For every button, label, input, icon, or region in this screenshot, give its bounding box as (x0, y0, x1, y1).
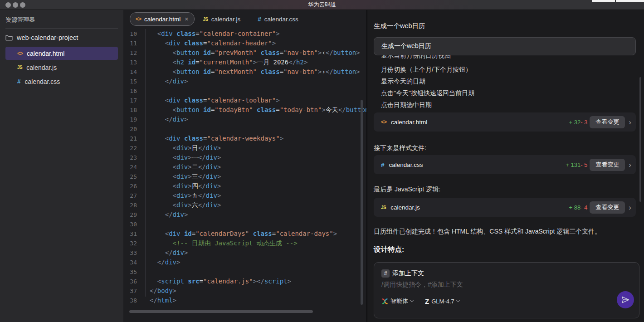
file-change-card-css[interactable]: # calendar.css + 131 - 5 查看变更 › (374, 155, 636, 174)
code-line[interactable]: 11 <div class="calendar-header"> (123, 39, 366, 48)
view-changes-button[interactable]: 查看变更 (590, 201, 625, 214)
code-content[interactable]: 10 <div class="calendar-container">11 <d… (123, 29, 366, 305)
code-line[interactable]: 12 <button id="prevMonth" class="nav-btn… (123, 48, 366, 58)
sidebar-item-calendar-html[interactable]: <> calendar.html (5, 47, 118, 60)
feature-item: 显示今天的日期 (381, 75, 636, 87)
horizontal-scrollbar[interactable] (129, 310, 313, 313)
css-icon: # (258, 16, 261, 23)
code-text: <div>日</div> (137, 143, 221, 153)
model-label: GLM-4.7 (431, 298, 454, 305)
code-line[interactable]: 36 <script src="calendar.js"></script> (123, 277, 366, 286)
file-change-card-html[interactable]: <> calendar.html + 32 - 3 查看变更 › (374, 112, 636, 132)
tab-calendar-css[interactable]: # calendar.css (249, 16, 307, 23)
code-line[interactable]: 34 </div> (123, 258, 366, 267)
code-line[interactable]: 27 <div>五</div> (123, 191, 366, 200)
feature-item: 点击日期选中日期 (381, 99, 636, 111)
code-line[interactable]: 24 <div>二</div> (123, 162, 366, 172)
view-changes-button[interactable]: 查看变更 (590, 116, 625, 128)
diff-added: + 88 (569, 204, 581, 211)
chevron-right-icon[interactable]: › (629, 118, 631, 126)
code-line[interactable]: 14 <button id="nextMonth" class="nav-btn… (123, 67, 366, 77)
code-text: </div> (137, 210, 188, 220)
code-line[interactable]: 20 (123, 124, 366, 134)
file-change-card-js[interactable]: JS calendar.js + 88 - 4 查看变更 › (374, 198, 636, 217)
code-line[interactable]: 37</body> (123, 286, 366, 296)
code-line[interactable]: 28 <div>六</div> (123, 200, 366, 210)
code-line[interactable]: 22 <div>日</div> (123, 143, 366, 153)
feature-item: 点击"今天"按钮快速返回当前日期 (381, 87, 636, 99)
js-icon: JS (17, 65, 22, 70)
code-line[interactable]: 38</html> (123, 296, 366, 305)
tab-calendar-js[interactable]: JS calendar.js (195, 16, 249, 23)
chevron-right-icon[interactable]: › (629, 161, 631, 169)
code-text: <div>一</div> (137, 153, 221, 162)
code-line[interactable]: 25 <div>三</div> (123, 172, 366, 181)
feature-list: 月份切换（上个月/下个月按钮） 显示今天的日期 点击"今天"按钮快速返回当前日期… (381, 63, 636, 111)
code-text: <div>四</div> (137, 181, 221, 191)
titlebar-artifact-left (592, 0, 615, 2)
feature-item: 月份切换（上个月/下个月按钮） (381, 63, 636, 75)
line-number: 12 (123, 48, 137, 58)
code-line[interactable]: 19 </div> (123, 115, 366, 124)
add-context-label: 添加上下文 (392, 269, 424, 278)
folder-name: web-calendar-project (17, 34, 78, 41)
user-message-text: 生成一个web日历 (381, 42, 431, 50)
code-text: <!-- 日期由 JavaScript 动态生成 --> (137, 239, 298, 248)
line-number: 13 (123, 58, 137, 67)
line-number: 24 (123, 162, 137, 172)
code-line[interactable]: 23 <div>一</div> (123, 153, 366, 162)
agent-selector[interactable]: 智能体 (381, 297, 413, 305)
line-number: 10 (123, 29, 137, 39)
folder-row[interactable]: web-calendar-project (0, 29, 123, 46)
sidebar-item-calendar-js[interactable]: JS calendar.js (5, 61, 118, 74)
css-icon: # (381, 161, 385, 168)
code-line[interactable]: 31 <div id="calendarDays" class="calenda… (123, 229, 366, 239)
editor-vertical-scrollbar[interactable] (361, 100, 363, 305)
code-line[interactable]: 29 </div> (123, 210, 366, 220)
line-number: 16 (123, 86, 137, 96)
code-text: <button id="nextMonth" class="nav-btn">›… (137, 67, 360, 77)
chat-vertical-scrollbar[interactable] (639, 77, 641, 202)
line-number: 17 (123, 96, 137, 105)
chat-input-placeholder[interactable]: /调用快捷指令，#添加上下文 (381, 281, 632, 289)
chat-input-box[interactable]: # 添加上下文 /调用快捷指令，#添加上下文 (374, 262, 639, 318)
add-context-button[interactable]: # 添加上下文 (381, 269, 632, 278)
view-changes-button[interactable]: 查看变更 (590, 159, 625, 171)
line-number: 14 (123, 67, 137, 77)
code-text: </div> (137, 77, 188, 86)
send-button[interactable] (617, 291, 634, 308)
code-text: </div> (137, 115, 188, 124)
code-line[interactable]: 15 </div> (123, 77, 366, 86)
code-text: <div class="calendar-toolbar"> (137, 96, 280, 105)
code-text (137, 86, 150, 96)
paper-plane-icon (621, 295, 630, 304)
code-text: <button id="prevMonth" class="nav-btn">‹… (137, 48, 360, 58)
code-line[interactable]: 35 (123, 267, 366, 277)
tab-calendar-html[interactable]: <> calendar.html × (130, 12, 195, 26)
agent-label: 智能体 (390, 297, 408, 305)
code-line[interactable]: 17 <div class="calendar-toolbar"> (123, 96, 366, 105)
code-line[interactable]: 16 (123, 86, 366, 96)
sidebar-item-calendar-css[interactable]: # calendar.css (5, 75, 118, 88)
file-name: calendar.css (25, 78, 60, 85)
code-editor-pane: <> calendar.html × JS calendar.js # cale… (123, 10, 366, 322)
chevron-right-icon[interactable]: › (629, 204, 631, 211)
tab-label: calendar.js (211, 16, 241, 23)
conversation-title: 生成一个web日历 (374, 22, 636, 31)
code-line[interactable]: 33 </div> (123, 248, 366, 258)
code-line[interactable]: 21 <div class="calendar-weekdays"> (123, 134, 366, 143)
code-text: <div class="calendar-weekdays"> (137, 134, 283, 143)
css-icon: # (17, 78, 21, 85)
code-line[interactable]: 32 <!-- 日期由 JavaScript 动态生成 --> (123, 239, 366, 248)
line-number: 28 (123, 200, 137, 210)
js-icon: JS (203, 17, 208, 22)
code-line[interactable]: 18 <button id="todayBtn" class="today-bt… (123, 105, 366, 115)
code-line[interactable]: 13 <h2 id="currentMonth">一月 2026</h2> (123, 58, 366, 67)
model-selector[interactable]: Z GLM-4.7 (425, 298, 459, 305)
code-line[interactable]: 26 <div>四</div> (123, 181, 366, 191)
hash-icon: # (381, 269, 390, 278)
code-line[interactable]: 10 <div class="calendar-container"> (123, 29, 366, 39)
close-icon[interactable]: × (185, 15, 188, 23)
assistant-text: 最后是 JavaScript 逻辑: (374, 185, 636, 194)
code-line[interactable]: 30 (123, 220, 366, 229)
